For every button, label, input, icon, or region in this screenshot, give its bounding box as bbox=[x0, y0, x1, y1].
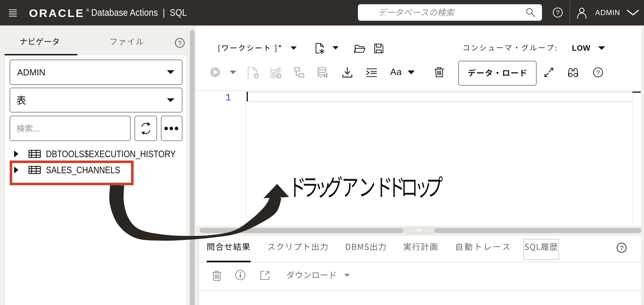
svg-text:DBTOOLS$EXECUTION_HISTORY: DBTOOLS$EXECUTION_HISTORY bbox=[46, 148, 176, 159]
svg-text:Aa: Aa bbox=[390, 67, 402, 77]
svg-text:LOW: LOW bbox=[572, 44, 590, 52]
svg-text:ADMIN: ADMIN bbox=[595, 8, 620, 17]
svg-text:?: ? bbox=[596, 69, 600, 76]
svg-text:1: 1 bbox=[225, 92, 231, 104]
svg-text:SALES_CHANNELS: SALES_CHANNELS bbox=[46, 164, 120, 175]
svg-text:?: ? bbox=[620, 244, 624, 252]
svg-text:?: ? bbox=[178, 40, 182, 47]
svg-text:?: ? bbox=[556, 9, 560, 16]
